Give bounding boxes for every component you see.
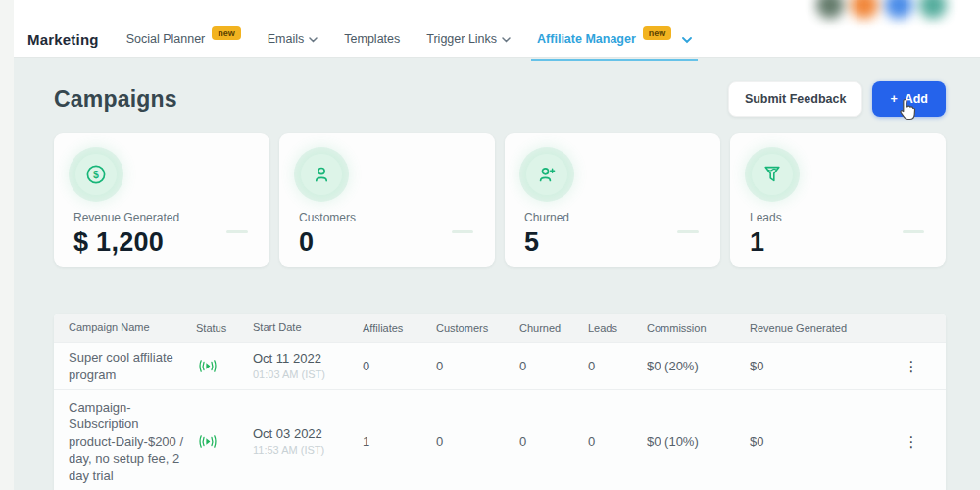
start-time: 01:03 AM (IST)	[253, 368, 363, 381]
tab-templates[interactable]: Templates	[344, 32, 400, 46]
chevron-down-icon	[309, 37, 318, 43]
broadcast-live-icon	[196, 434, 220, 449]
column-header-status: Status	[196, 322, 253, 334]
tab-affiliate-manager[interactable]: Affiliate Manager new	[537, 32, 692, 46]
column-header-affiliates: Affiliates	[363, 322, 436, 334]
top-navigation-bar: Marketing Social Planner new Emails Temp…	[14, 0, 980, 58]
broadcast-live-icon	[196, 359, 220, 373]
campaign-name: Campaign-Subscription product-Daily-$200…	[54, 399, 196, 485]
column-header-revenue-generated: Revenue Generated	[750, 322, 892, 334]
stat-label: Leads	[750, 211, 926, 224]
add-campaign-button[interactable]: + Add	[872, 81, 946, 117]
customers-count: 0	[436, 359, 519, 373]
tab-label: Affiliate Manager	[537, 32, 636, 46]
chevron-down-icon[interactable]	[682, 37, 692, 44]
sparkline-placeholder	[452, 230, 473, 233]
tab-label: Social Planner	[126, 32, 206, 46]
table-row[interactable]: Campaign-Subscription product-Daily-$200…	[54, 389, 946, 490]
commission-value: $0 (20%)	[647, 359, 750, 373]
row-actions-kebab-icon[interactable]: ⋮	[905, 433, 919, 450]
column-header-leads: Leads	[588, 322, 647, 334]
leads-count: 0	[588, 359, 647, 373]
start-time: 11:53 AM (IST)	[253, 443, 363, 457]
sparkline-placeholder	[226, 230, 248, 233]
stat-card-leads: Leads 1	[730, 133, 946, 267]
sparkline-placeholder	[677, 230, 699, 233]
user-plus-icon	[526, 154, 567, 195]
stat-card-customers: Customers 0	[279, 133, 495, 267]
stat-card-revenue: $ Revenue Generated $ 1,200	[54, 133, 270, 267]
stat-value: 5	[524, 227, 701, 258]
stat-label: Revenue Generated	[74, 211, 250, 224]
svg-text:$: $	[93, 169, 99, 180]
row-actions-kebab-icon[interactable]: ⋮	[905, 358, 919, 374]
plus-icon: +	[890, 92, 897, 106]
stat-card-churned: Churned 5	[505, 133, 720, 267]
leads-count: 0	[588, 434, 647, 449]
tab-emails[interactable]: Emails	[268, 32, 318, 46]
nav-tabs: Social Planner new Emails Templates Trig…	[126, 32, 693, 46]
column-header-start-date: Start Date	[253, 320, 363, 334]
campaigns-table: Campaign Name Status Start Date Affiliat…	[54, 314, 946, 490]
column-header-customers: Customers	[436, 322, 519, 334]
revenue-value: $0	[750, 359, 892, 373]
user-icon	[301, 154, 342, 195]
tab-label: Emails	[268, 32, 305, 46]
column-header-commission: Commission	[647, 322, 750, 334]
dollar-circle-icon: $	[75, 154, 117, 195]
blurred-icon	[816, 0, 844, 19]
sparkline-placeholder	[903, 230, 924, 233]
stat-label: Churned	[524, 211, 701, 224]
column-header-campaign-name: Campaign Name	[54, 320, 196, 335]
chevron-down-icon	[502, 37, 511, 43]
table-header-row: Campaign Name Status Start Date Affiliat…	[54, 314, 946, 342]
tab-label: Trigger Links	[426, 32, 497, 46]
stat-value: $ 1,200	[74, 227, 250, 258]
blurred-app-icons	[816, 0, 947, 19]
add-button-label: Add	[905, 92, 928, 106]
new-badge: new	[643, 26, 672, 40]
commission-value: $0 (10%)	[647, 434, 750, 449]
nav-brand-marketing: Marketing	[27, 31, 99, 48]
campaign-name: Super cool affiliate program	[54, 349, 196, 383]
start-date: Oct 03 2022	[253, 426, 363, 443]
submit-feedback-button[interactable]: Submit Feedback	[728, 81, 863, 117]
table-row[interactable]: Super cool affiliate program Oct 11 2022…	[54, 342, 946, 389]
affiliates-count: 1	[363, 434, 436, 449]
churned-count: 0	[519, 359, 588, 373]
stat-value: 0	[299, 227, 475, 258]
campaigns-page: Campaigns Submit Feedback + Add $ Revenu…	[14, 58, 980, 490]
churned-count: 0	[519, 434, 588, 449]
page-title: Campaigns	[54, 86, 177, 113]
revenue-value: $0	[750, 434, 892, 449]
tab-trigger-links[interactable]: Trigger Links	[426, 32, 511, 46]
window-edge-strip	[0, 0, 14, 490]
stat-value: 1	[750, 227, 926, 258]
affiliates-count: 0	[363, 359, 436, 373]
column-header-churned: Churned	[519, 322, 588, 334]
customers-count: 0	[436, 434, 519, 449]
blurred-icon	[851, 0, 878, 19]
tab-social-planner[interactable]: Social Planner new	[126, 32, 241, 46]
blurred-icon	[919, 0, 947, 19]
blurred-icon	[885, 0, 912, 19]
funnel-icon	[752, 154, 793, 195]
new-badge: new	[212, 26, 241, 40]
start-date: Oct 11 2022	[253, 351, 363, 368]
tab-label: Templates	[344, 32, 400, 46]
stats-row: $ Revenue Generated $ 1,200 Customers 0	[54, 133, 946, 267]
stat-label: Customers	[299, 211, 475, 224]
